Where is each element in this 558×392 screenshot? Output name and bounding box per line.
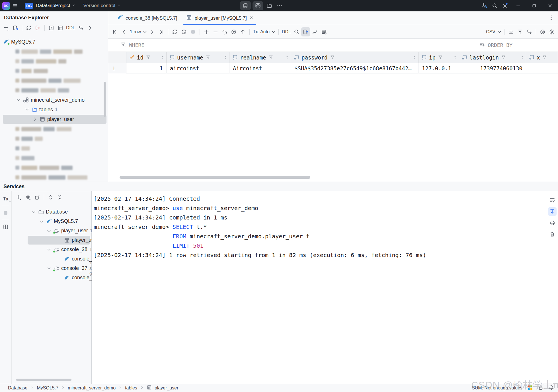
new-table-button[interactable] <box>56 23 65 32</box>
funnel-icon[interactable] <box>501 54 506 61</box>
reload-page-button[interactable] <box>170 27 179 36</box>
grid-horizontal-scrollbar[interactable] <box>120 176 310 179</box>
tab-player_user[interactable]: player_user [MySQL5.7] <box>182 11 258 25</box>
print-button[interactable] <box>548 219 557 227</box>
close-icon[interactable] <box>249 15 253 21</box>
where-filter[interactable]: WHERE <box>108 42 144 48</box>
sort-updown-icon[interactable] <box>223 54 228 61</box>
stop-process-button[interactable] <box>1 209 10 217</box>
first-page-button[interactable] <box>110 27 120 36</box>
view-options-button[interactable] <box>24 193 33 202</box>
revert-changes-button[interactable] <box>220 27 229 36</box>
tree-item-minecraft_server_demo[interactable]: minecraft_server_demo <box>0 95 108 105</box>
tree-item-database[interactable]: Database <box>12 207 92 217</box>
expand-all-button[interactable] <box>46 193 55 202</box>
tree-item-player_user[interactable]: player_user <box>0 114 108 124</box>
query-history-button[interactable] <box>179 27 188 36</box>
column-header-username[interactable]: username <box>167 52 229 63</box>
cell-realname[interactable]: Aircoinst <box>229 63 291 73</box>
last-page-button[interactable] <box>157 27 166 36</box>
cell-x[interactable] <box>526 63 558 73</box>
minimize-button[interactable] <box>510 0 526 11</box>
data-source-properties-button[interactable] <box>11 23 20 32</box>
tree-item-console_37[interactable]: console_371 s 9 <box>12 264 92 273</box>
funnel-icon[interactable] <box>268 54 273 61</box>
tree-item-console_38[interactable]: console_381 <box>12 254 92 264</box>
column-header-id[interactable]: id <box>126 52 167 63</box>
toolbar-overflow-button[interactable] <box>85 23 95 32</box>
funnel-icon[interactable] <box>542 54 547 61</box>
kebab-menu-icon[interactable] <box>548 15 554 22</box>
add-data-source-button[interactable] <box>2 23 11 32</box>
column-header-x[interactable]: x <box>526 52 558 63</box>
stop-button[interactable] <box>188 27 198 36</box>
tree-item-player_user[interactable]: player_user113 <box>12 226 92 235</box>
grid-options-button[interactable] <box>319 27 329 36</box>
translate-icon[interactable] <box>479 1 490 10</box>
version-control-menu[interactable]: Version control <box>83 3 115 9</box>
commit-button[interactable] <box>238 27 247 36</box>
tree-item-tables[interactable]: tables1 <box>0 105 108 114</box>
windows-defender-icon[interactable] <box>528 385 533 391</box>
settings-icon[interactable] <box>500 1 510 10</box>
tree-item-console_38[interactable]: console_38130 <box>12 245 92 254</box>
column-header-realname[interactable]: realname <box>229 52 291 63</box>
ddl-view-button[interactable]: DDL <box>281 27 292 36</box>
funnel-icon[interactable] <box>330 54 335 61</box>
close-button[interactable] <box>542 0 558 11</box>
refresh-button[interactable] <box>24 23 33 32</box>
find-in-grid-button[interactable] <box>292 27 301 36</box>
order-by-filter[interactable]: ORDER BY <box>479 42 512 48</box>
chevron-down-icon[interactable] <box>46 247 52 252</box>
notifications-icon[interactable] <box>549 385 554 391</box>
database-tool-icon[interactable] <box>240 1 251 10</box>
chevron-right-icon[interactable] <box>32 117 38 122</box>
sort-updown-icon[interactable] <box>161 54 165 61</box>
project-selector[interactable]: DataGripProject <box>36 3 70 9</box>
chevron-down-icon[interactable] <box>24 107 30 112</box>
jump-to-console-button[interactable] <box>47 23 56 32</box>
main-menu-icon[interactable] <box>10 1 20 10</box>
import-data-button[interactable] <box>506 27 516 36</box>
split-layout-button[interactable] <box>1 223 10 231</box>
chevron-down-icon[interactable] <box>46 228 52 233</box>
maximize-button[interactable] <box>526 0 542 11</box>
open-in-new-tab-button[interactable] <box>33 193 42 202</box>
breadcrumb-item-minecraft_server_demo[interactable]: minecraft_server_demo <box>68 385 116 391</box>
page-size-select[interactable]: 1 row <box>129 27 148 36</box>
chevron-down-icon[interactable] <box>46 266 52 271</box>
breadcrumb-item-mysql5.7[interactable]: MySQL5.7 <box>37 385 59 391</box>
sort-updown-icon[interactable] <box>285 54 289 61</box>
sort-updown-icon[interactable] <box>453 54 457 61</box>
export-data-button[interactable] <box>516 27 525 36</box>
tab-console_38[interactable]: console_38 [MySQL5.7] <box>113 11 182 25</box>
chevron-down-icon[interactable] <box>39 219 44 224</box>
sync-with-editor-button[interactable] <box>76 23 85 32</box>
breadcrumb-item-database[interactable]: Database <box>8 385 28 391</box>
compare-data-button[interactable] <box>525 27 534 36</box>
clear-output-button[interactable] <box>548 230 557 239</box>
column-header-lastlogin[interactable]: lastlogin <box>459 52 526 63</box>
funnel-icon[interactable] <box>146 54 151 61</box>
scroll-to-end-button[interactable] <box>548 207 557 216</box>
tree-item-console_37[interactable]: console_371 <box>12 273 92 282</box>
add-row-button[interactable] <box>202 27 211 36</box>
cell-password[interactable]: $SHA$35d27385e27c6549$1c68e8167b442… <box>291 63 419 73</box>
tx-mode-select[interactable]: Tx: Auto <box>252 27 276 36</box>
export-format-select[interactable]: CSV <box>485 27 502 36</box>
submit-button[interactable] <box>229 27 238 36</box>
tree-item-mysql5.7[interactable]: MySQL5.7 <box>0 37 108 47</box>
ddl-button[interactable]: DDL <box>65 23 76 32</box>
next-page-button[interactable] <box>148 27 157 36</box>
collapse-all-button[interactable] <box>55 193 64 202</box>
column-header-password[interactable]: password <box>291 52 419 63</box>
services-horizontal-scrollbar[interactable] <box>16 379 71 381</box>
disconnect-button[interactable] <box>33 23 42 32</box>
funnel-icon[interactable] <box>438 54 443 61</box>
run-tool-icon[interactable] <box>253 1 263 10</box>
previous-page-button[interactable] <box>120 27 129 36</box>
delete-row-button[interactable] <box>211 27 220 36</box>
breadcrumb-item-tables[interactable]: tables <box>125 385 137 391</box>
cell-username[interactable]: aircoinst <box>167 63 229 73</box>
more-tools-icon[interactable] <box>274 1 285 10</box>
